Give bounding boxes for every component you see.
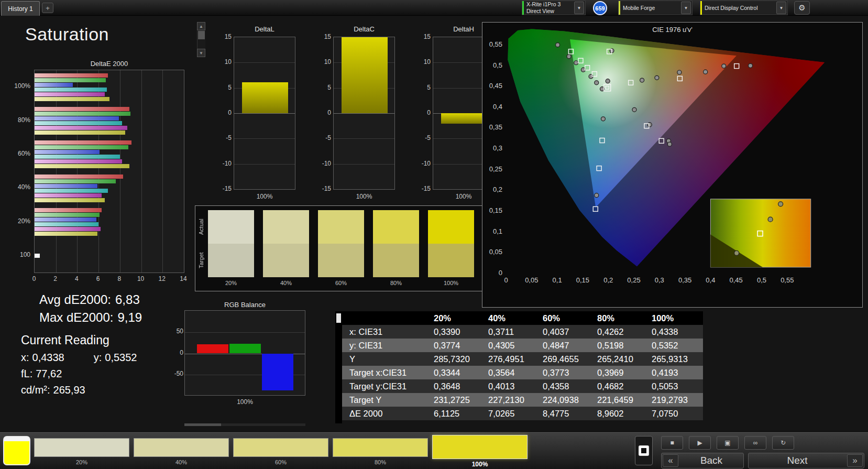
chevron-down-icon[interactable]: ▼ [776, 2, 786, 14]
de-bar [35, 140, 131, 145]
pattern-source-selector[interactable]: Mobile Forge ▼ [618, 1, 693, 15]
layout-scrollbar[interactable]: ▲ ▼ [197, 22, 205, 58]
table-cell: 276,4951 [483, 354, 537, 364]
y-tick-label: 0,05 [489, 248, 502, 256]
y-tick-label: 0,45 [489, 82, 502, 90]
refresh-button[interactable]: ↻ [772, 436, 794, 450]
axis-tick-label: -5 [220, 134, 232, 141]
axis-tick-label: -15 [419, 185, 431, 192]
x-tick-label: 0,1 [553, 276, 562, 284]
measured-point [704, 70, 708, 74]
axis-tick-label: 15 [419, 33, 431, 40]
green-bar [229, 344, 261, 354]
loop-button[interactable]: ∞ [744, 436, 766, 450]
target-swatch [208, 244, 254, 277]
patch-label: 40% [134, 459, 229, 465]
de-bar [35, 179, 116, 183]
scroll-down-icon[interactable]: ▼ [197, 49, 205, 57]
patch-button-60%[interactable]: 60% [233, 433, 328, 468]
swatch-column-label: 20% [208, 280, 254, 286]
table-cell: 7,0750 [646, 409, 701, 419]
next-chevron-icon: » [847, 454, 863, 467]
x-tick-label: 0,45 [730, 276, 743, 284]
play-button[interactable]: ▶ [689, 436, 711, 450]
axis-tick-label: 5 [320, 84, 331, 91]
gridline [185, 332, 305, 333]
marker-button[interactable]: ▣ [717, 436, 739, 450]
axis-tick-label: 60% [3, 150, 30, 157]
stop-button[interactable]: ■ [661, 436, 683, 450]
pattern-window-button[interactable] [635, 436, 653, 465]
actual-swatch [373, 210, 419, 244]
patch-button-40%[interactable]: 40% [134, 433, 229, 468]
axis-tick-label: 20% [3, 217, 30, 225]
table-cell: 285,7320 [428, 354, 483, 364]
patch-swatch[interactable] [134, 438, 229, 457]
back-button[interactable]: « Back [661, 453, 744, 468]
next-button[interactable]: Next » [748, 453, 864, 468]
new-tab-button[interactable]: + [42, 3, 53, 13]
patch-swatch[interactable] [233, 438, 328, 457]
gridline [184, 70, 184, 272]
table-cell: 0,3774 [428, 341, 483, 351]
table-cell: 219,2793 [646, 395, 701, 405]
de-bar [35, 116, 119, 121]
table-scrollbar[interactable] [335, 311, 342, 423]
target-swatch [263, 244, 309, 277]
chart-title: DeltaL [234, 25, 295, 33]
de-bar [35, 189, 108, 193]
axis-tick-label: -5 [419, 134, 431, 141]
de-bar [35, 159, 122, 163]
target-swatch [428, 244, 474, 277]
target-swatch [318, 244, 364, 277]
red-bar [197, 344, 228, 353]
settings-gear-icon[interactable]: ⚙ [794, 1, 810, 15]
table-cell: 8,9602 [592, 409, 646, 419]
meter-name: X-Rite i1Pro 3 [526, 1, 572, 8]
swatch-column-label: 40% [263, 280, 309, 286]
chart-title: CIE 1976 u'v' [482, 26, 862, 34]
patch-button-100%[interactable]: 100% [432, 433, 528, 468]
calibration-app: History 1 + X-Rite i1Pro 3 Direct View ▼… [0, 0, 868, 469]
table-row: Target Y231,2725227,2130224,0938221,6459… [342, 393, 703, 407]
scroll-up-icon[interactable]: ▲ [197, 22, 205, 30]
de-bar [35, 126, 127, 130]
chevron-down-icon[interactable]: ▼ [681, 2, 691, 14]
de-bar [35, 227, 101, 231]
fl-value: 77,62 [36, 368, 62, 379]
y-tick-label: 0,1 [493, 227, 502, 235]
rgb-scroll-thumb[interactable] [184, 423, 221, 426]
max-label: Max dE2000: [39, 310, 113, 324]
rgb-scrollbar[interactable] [184, 423, 305, 426]
tab-history-1[interactable]: History 1 [1, 1, 40, 16]
measured-point [595, 81, 599, 85]
de-bar [35, 130, 125, 135]
axis-tick-label: -15 [320, 185, 331, 192]
measurement-table: 20%40%60%80%100%x: CIE310,33900,37110,40… [335, 311, 703, 423]
meter-selector[interactable]: X-Rite i1Pro 3 Direct View ▼ [522, 1, 586, 15]
axis-tick-label: 10 [320, 58, 331, 66]
patch-swatch[interactable] [34, 438, 129, 457]
de-bar [35, 232, 97, 236]
xy-reading: x:0,4338y:0,5352 [21, 352, 191, 364]
display-control-selector[interactable]: Direct Display Control ▼ [700, 1, 788, 15]
x-tick-label: 0,4 [706, 276, 715, 284]
patch-button-80%[interactable]: 80% [333, 433, 428, 468]
patch-swatch[interactable] [333, 438, 428, 457]
scroll-thumb[interactable] [198, 31, 205, 39]
scroll-track[interactable] [197, 31, 205, 49]
de-bar [35, 83, 73, 87]
table-cell: 6,1125 [428, 409, 483, 419]
swatch-column-label: 100% [428, 280, 474, 286]
axis-tick-label: 15 [320, 33, 331, 40]
row-label: Target y:CIE31 [342, 381, 428, 391]
patch-swatch[interactable] [432, 435, 528, 459]
chevron-down-icon[interactable]: ▼ [574, 2, 584, 14]
patch-sequence: 20%40%60%80%100% [34, 433, 563, 469]
patch-button-20%[interactable]: 20% [34, 433, 129, 468]
measured-point [556, 43, 560, 47]
axis-tick-label: 2 [50, 275, 61, 282]
table-cell: 0,4193 [646, 368, 701, 378]
table-scroll-thumb[interactable] [336, 313, 341, 323]
table-cell: 269,4655 [537, 354, 592, 364]
